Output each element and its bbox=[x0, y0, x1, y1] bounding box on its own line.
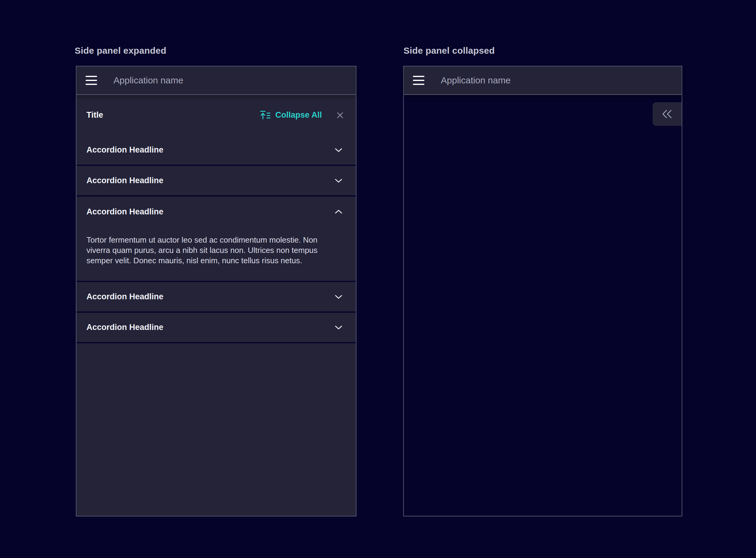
collapsed-demo-label: Side panel collapsed bbox=[403, 46, 495, 56]
side-panel-title: Title bbox=[86, 110, 259, 120]
chevron-down-icon bbox=[335, 325, 343, 330]
collapse-all-button[interactable]: Collapse All bbox=[259, 110, 322, 121]
accordion-header[interactable]: Accordion Headline bbox=[76, 197, 356, 227]
accordion-item[interactable]: Accordion Headline bbox=[76, 282, 356, 313]
collapsed-panel: Application name bbox=[403, 66, 682, 516]
chevron-down-icon bbox=[335, 148, 343, 152]
collapse-all-icon bbox=[259, 110, 271, 121]
chevron-down-icon bbox=[335, 179, 343, 183]
hamburger-icon bbox=[413, 80, 424, 81]
expand-side-panel-button[interactable] bbox=[653, 102, 682, 126]
accordion-item[interactable]: Accordion Headline bbox=[76, 313, 356, 343]
hamburger-icon bbox=[85, 80, 97, 81]
app-header: Application name bbox=[404, 67, 682, 95]
close-panel-button[interactable] bbox=[335, 110, 345, 120]
accordion-item[interactable]: Accordion Headline bbox=[76, 135, 356, 166]
collapse-all-label: Collapse All bbox=[275, 110, 322, 120]
application-name: Application name bbox=[114, 75, 183, 85]
app-header: Application name bbox=[76, 67, 356, 95]
accordion-headline: Accordion Headline bbox=[86, 145, 163, 155]
accordion-headline: Accordion Headline bbox=[86, 176, 163, 185]
close-icon bbox=[335, 110, 345, 120]
hamburger-menu-button[interactable] bbox=[413, 76, 424, 85]
accordion-headline: Accordion Headline bbox=[86, 323, 163, 332]
hamburger-menu-button[interactable] bbox=[85, 76, 97, 85]
pattern-demo-canvas: Side panel expanded Side panel collapsed… bbox=[0, 0, 756, 558]
accordion-headline: Accordion Headline bbox=[86, 292, 163, 301]
chevron-down-icon bbox=[335, 295, 343, 299]
hamburger-icon bbox=[413, 76, 424, 77]
hamburger-icon bbox=[413, 84, 424, 85]
expanded-demo-label: Side panel expanded bbox=[75, 46, 166, 56]
application-name: Application name bbox=[441, 75, 510, 85]
chevron-up-icon bbox=[335, 209, 343, 214]
accordion-body-text: Tortor fermentum ut auctor leo sed ac co… bbox=[76, 227, 356, 281]
accordion-headline: Accordion Headline bbox=[86, 207, 163, 217]
double-chevron-left-icon bbox=[661, 109, 674, 119]
expanded-panel: Application name Title Collapse All bbox=[76, 66, 356, 516]
accordion-item[interactable]: Accordion Headline bbox=[76, 166, 356, 197]
hamburger-icon bbox=[85, 76, 97, 77]
accordion-item-expanded: Accordion Headline Tortor fermentum ut a… bbox=[76, 197, 356, 282]
side-panel-title-bar: Title Collapse All bbox=[76, 95, 356, 135]
hamburger-icon bbox=[85, 84, 97, 85]
